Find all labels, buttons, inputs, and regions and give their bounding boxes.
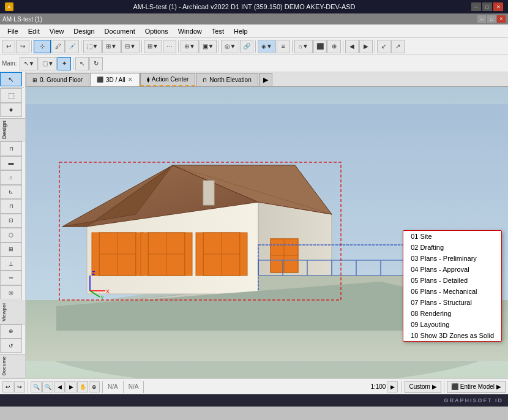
magic-tool[interactable]: ✦ xyxy=(58,57,71,70)
status-coord1: N/A xyxy=(103,383,123,390)
tab-3d-all[interactable]: ⬛ 3D / All ✕ xyxy=(90,73,140,86)
tab-action-center[interactable]: ⧫ Action Center xyxy=(140,73,196,86)
door-tool[interactable]: ⊓ xyxy=(0,199,22,213)
canvas-container: ⊞ 0. Ground Floor ⬛ 3D / All ✕ ⧫ Action … xyxy=(26,72,508,378)
injection-button[interactable]: 💉 xyxy=(65,40,79,53)
dd-item-05-plans-detailed[interactable]: 05 Plans - Detailed xyxy=(403,275,501,286)
arrow-select-tool[interactable]: ↖ xyxy=(0,72,22,86)
entire-model-button[interactable]: ⬛ Entire Model ▶ xyxy=(447,381,506,393)
morph-button[interactable]: ◎▼ xyxy=(221,40,239,53)
dd-item-09-layouting[interactable]: 09 Layouting xyxy=(403,319,501,330)
status-scale-next-btn[interactable]: ▶ xyxy=(387,381,398,392)
status-next-view-btn[interactable]: ▶ xyxy=(65,381,77,392)
geoelem-button[interactable]: ▣▼ xyxy=(200,40,217,53)
zoom-nxt-btn[interactable]: ↗ xyxy=(391,40,405,53)
grid-button[interactable]: ⊞▼ xyxy=(144,40,162,53)
morph-tool[interactable]: ◎ xyxy=(0,285,22,299)
document-section: Docume xyxy=(0,354,25,378)
align-button[interactable]: ⊞▼ xyxy=(102,40,121,53)
menu-design[interactable]: Design xyxy=(69,26,99,36)
menu-edit[interactable]: Edit xyxy=(23,26,45,36)
filter-button[interactable]: ◈▼ xyxy=(258,40,276,53)
inner-close-button[interactable]: ✕ xyxy=(497,15,506,23)
status-zoom-in-btn[interactable]: 🔍 xyxy=(31,381,42,392)
maximize-button[interactable]: □ xyxy=(482,2,492,11)
dd-item-07-plans-structural[interactable]: 07 Plans - Structural xyxy=(403,297,501,308)
dropdown-menu: 01 Site 02 Drafting 03 Plans - Prelimina… xyxy=(403,230,502,342)
distribute-button[interactable]: ⊟▼ xyxy=(121,40,140,53)
app-icon: A xyxy=(5,2,13,11)
tab-north-elevation[interactable]: ⊓ North Elevation xyxy=(196,73,258,86)
dd-item-06-plans-mechanical[interactable]: 06 Plans - Mechanical xyxy=(403,286,501,297)
stair-tool[interactable]: ⊾ xyxy=(0,185,22,199)
menu-help[interactable]: Help xyxy=(229,26,253,36)
arrow-tool[interactable]: ↖▼ xyxy=(20,57,38,70)
inner-minimize-button[interactable]: ─ xyxy=(477,15,486,23)
svg-text:Z: Z xyxy=(92,270,95,276)
orbit-tool[interactable]: ↺ xyxy=(0,339,22,353)
tab-ground-floor[interactable]: ⊞ 0. Ground Floor xyxy=(26,73,89,86)
transform-button[interactable]: ⬚▼ xyxy=(83,40,102,53)
fwd-btn[interactable]: ▶ xyxy=(359,40,373,53)
menu-options[interactable]: Options xyxy=(140,26,173,36)
redo-button[interactable]: ↪ xyxy=(16,40,29,53)
magic-wand-tool[interactable]: ✦ xyxy=(0,103,22,117)
menu-view[interactable]: View xyxy=(45,26,69,36)
close-button[interactable]: ✕ xyxy=(493,2,503,11)
solid-ops-button[interactable]: ⊕▼ xyxy=(181,40,199,53)
svg-rect-9 xyxy=(92,233,99,276)
rotate-tool[interactable]: ↻ xyxy=(89,57,103,70)
layer-button[interactable]: ≡ xyxy=(277,40,290,53)
marquee-rect-tool[interactable]: ⬚▼ xyxy=(39,57,57,70)
custom-chevron-icon: ▶ xyxy=(432,383,437,390)
marquee-tool[interactable]: ⬚ xyxy=(0,88,22,102)
zone-tool[interactable]: ⊞ xyxy=(0,242,22,257)
status-redo-btn[interactable]: ↪ xyxy=(14,381,25,392)
dd-item-08-rendering[interactable]: 08 Rendering xyxy=(403,308,501,319)
custom-dropdown-button[interactable]: Custom ▶ xyxy=(405,381,441,393)
column-tool[interactable]: ⊥ xyxy=(0,257,22,271)
tab-overflow[interactable]: ▶ xyxy=(259,73,272,86)
toolbar-sep2 xyxy=(81,40,81,53)
wall-tool[interactable]: ⊓ xyxy=(0,141,22,156)
status-bar: ↩ ↪ 🔍 🔍 ◀ ▶ ✋ ⊕ N/A N/A 1:100 ▶ Custom ▶… xyxy=(0,378,508,394)
status-pan-btn[interactable]: ✋ xyxy=(77,381,88,392)
status-zoom-out-btn[interactable]: 🔍 xyxy=(42,381,53,392)
roof-tool[interactable]: ⌂ xyxy=(0,170,22,184)
section-button[interactable]: ⌂▼ xyxy=(294,40,313,53)
dd-item-10-show-3d[interactable]: 10 Show 3D Zones as Solid xyxy=(403,330,501,341)
link-button[interactable]: 🔗 xyxy=(240,40,253,53)
dd-item-04-plans-approval[interactable]: 04 Plans - Approval xyxy=(403,264,501,275)
dd-item-01-site[interactable]: 01 Site xyxy=(403,231,501,242)
undo-button[interactable]: ↩ xyxy=(2,40,15,53)
pointer-tool[interactable]: ↖ xyxy=(75,57,89,70)
beam-tool[interactable]: ═ xyxy=(0,271,22,285)
back-btn[interactable]: ◀ xyxy=(345,40,359,53)
object-tool[interactable]: ⬡ xyxy=(0,228,22,242)
minimize-button[interactable]: ─ xyxy=(471,2,481,11)
window-tool[interactable]: ⊡ xyxy=(0,214,22,228)
eyedrop-button[interactable]: 🖊 xyxy=(51,40,65,53)
menu-file[interactable]: File xyxy=(2,26,23,36)
dd-item-03-plans-preliminary[interactable]: 03 Plans - Preliminary xyxy=(403,253,501,264)
left-panel: ↖ ⬚ ✦ Design ⊓ ▬ ⌂ ⊾ ⊓ ⊡ ⬡ ⊞ ⊥ ═ ◎ Viewp… xyxy=(0,72,26,378)
toolbar-sep3 xyxy=(141,40,142,53)
3d-window-button[interactable]: ⬛ xyxy=(313,40,327,53)
status-prev-view-btn[interactable]: ◀ xyxy=(54,381,65,392)
tab-close-icon[interactable]: ✕ xyxy=(128,77,133,83)
toolbar-sep6 xyxy=(255,40,256,53)
inner-restore-button[interactable]: □ xyxy=(487,15,496,23)
slab-tool[interactable]: ▬ xyxy=(0,156,22,170)
dd-item-02-drafting[interactable]: 02 Drafting xyxy=(403,242,501,253)
status-undo-btn[interactable]: ↩ xyxy=(2,381,13,392)
menu-document[interactable]: Document xyxy=(100,26,140,36)
status-sync-btn[interactable]: ⊕ xyxy=(89,381,100,392)
status-zoom-controls: 🔍 🔍 ◀ ▶ ✋ ⊕ xyxy=(28,381,102,392)
cursor-mode-button[interactable]: ⊹ xyxy=(34,40,51,53)
menu-test[interactable]: Test xyxy=(207,26,229,36)
navigator-button[interactable]: ⊕ xyxy=(327,40,341,53)
snap-button[interactable]: ⋯ xyxy=(163,40,176,53)
zoom-prev-btn[interactable]: ↙ xyxy=(377,40,390,53)
menu-window[interactable]: Window xyxy=(173,26,207,36)
zoom-fit-tool[interactable]: ⊕ xyxy=(0,324,22,339)
